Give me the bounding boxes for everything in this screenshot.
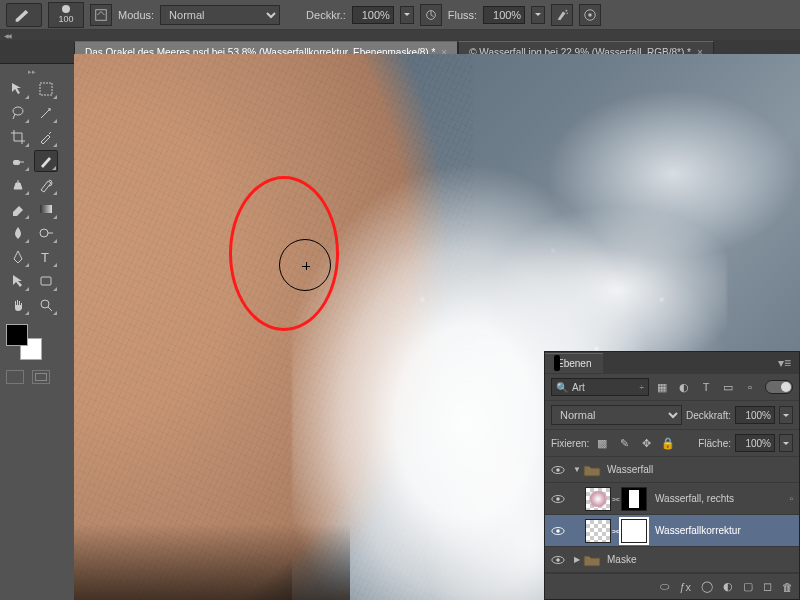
eyedropper-tool[interactable] (34, 126, 58, 148)
group-name: Wasserfall (607, 464, 653, 475)
new-layer-icon[interactable]: ◻ (763, 580, 772, 593)
layer-mask-icon[interactable]: ◯ (701, 580, 713, 593)
filter-type-select[interactable]: 🔍Art ÷ (551, 378, 649, 396)
filter-adjust-icon[interactable]: ◐ (675, 378, 693, 396)
crop-tool[interactable] (6, 126, 30, 148)
dodge-tool[interactable] (34, 222, 58, 244)
pressure-opacity-icon[interactable] (420, 4, 442, 26)
svg-rect-6 (40, 83, 52, 95)
mask-thumb[interactable] (621, 519, 647, 543)
adjustment-layer-icon[interactable]: ◐ (723, 580, 733, 593)
folder-icon (583, 553, 601, 567)
svg-rect-9 (13, 160, 20, 165)
marquee-tool[interactable] (34, 78, 58, 100)
fill-label: Fläche: (698, 438, 731, 449)
filter-type-icon[interactable]: T (697, 378, 715, 396)
layer-thumb[interactable] (585, 487, 611, 511)
filter-badge-icon[interactable]: ▫ (789, 493, 793, 504)
visibility-icon[interactable] (545, 494, 571, 504)
expand-icon[interactable]: ▼ (571, 465, 583, 474)
expand-icon[interactable]: ▶ (571, 555, 583, 564)
svg-point-14 (41, 300, 49, 308)
panel-menu-icon[interactable]: ▾≡ (770, 359, 799, 367)
quickmask-icon[interactable] (6, 370, 24, 384)
panel-expander[interactable] (0, 30, 800, 40)
group-name: Maske (607, 554, 636, 565)
brush-preset-picker[interactable]: 100 (48, 2, 84, 28)
opacity-value[interactable]: 100% (352, 6, 394, 24)
filter-toggle[interactable] (765, 380, 793, 394)
visibility-icon[interactable] (545, 555, 571, 565)
mask-thumb[interactable] (621, 487, 647, 511)
filter-pixel-icon[interactable]: ▦ (653, 378, 671, 396)
panel-tabs: Ebenen ▾≡ (545, 352, 799, 374)
svg-point-11 (40, 229, 48, 237)
shape-tool[interactable] (34, 270, 58, 292)
layer-opacity-dropdown[interactable] (779, 406, 793, 424)
fill-value[interactable]: 100% (735, 434, 775, 452)
opacity-dropdown-icon[interactable] (400, 6, 414, 24)
path-select-tool[interactable] (6, 270, 30, 292)
current-tool-indicator[interactable] (6, 3, 42, 27)
blur-tool[interactable] (6, 222, 30, 244)
move-tool[interactable] (6, 78, 30, 100)
flow-value[interactable]: 100% (483, 6, 525, 24)
visibility-icon[interactable] (545, 526, 571, 536)
flow-dropdown-icon[interactable] (531, 6, 545, 24)
lasso-tool[interactable] (6, 102, 30, 124)
brush-size-value: 100 (58, 14, 73, 24)
layer-group[interactable]: ▶ Maske (545, 547, 799, 573)
color-swatches[interactable] (6, 324, 42, 360)
svg-point-16 (556, 468, 560, 472)
panel-footer: ⬭ ƒx ◯ ◐ ▢ ◻ 🗑 (545, 573, 799, 599)
history-brush-tool[interactable] (34, 174, 58, 196)
gradient-tool[interactable] (34, 198, 58, 220)
foreground-swatch[interactable] (6, 324, 28, 346)
brush-tool[interactable] (34, 150, 58, 172)
lock-pixels-icon[interactable]: ✎ (615, 434, 633, 452)
clone-stamp-tool[interactable] (6, 174, 30, 196)
delete-layer-icon[interactable]: 🗑 (782, 581, 793, 593)
layer-blend-select[interactable]: Normal (551, 405, 682, 425)
screenmode-icon[interactable] (32, 370, 50, 384)
layer-thumb[interactable] (585, 519, 611, 543)
brush-panel-toggle-icon[interactable] (90, 4, 112, 26)
visibility-icon[interactable] (545, 465, 571, 475)
pen-tool[interactable] (6, 246, 30, 268)
layer-group[interactable]: ▼ Wasserfall (545, 457, 799, 483)
filter-shape-icon[interactable]: ▭ (719, 378, 737, 396)
layer-style-icon[interactable]: ƒx (679, 581, 691, 593)
search-icon: 🔍 (556, 382, 568, 393)
airbrush-icon[interactable] (551, 4, 573, 26)
link-icon: ⫘ (611, 526, 621, 536)
brush-cursor (279, 239, 331, 291)
lock-position-icon[interactable]: ✥ (637, 434, 655, 452)
lock-all-icon[interactable]: 🔒 (659, 434, 677, 452)
hand-tool[interactable] (6, 294, 30, 316)
layer-name: Wasserfall, rechts (655, 493, 734, 504)
layer-item-selected[interactable]: ⫘ Wasserfallkorrektur (545, 515, 799, 547)
new-group-icon[interactable]: ▢ (743, 580, 753, 593)
pressure-size-icon[interactable] (579, 4, 601, 26)
svg-point-2 (566, 9, 568, 11)
layer-list: ▼ Wasserfall ⫘ Wasserfall, rechts ▫ ⫘ Wa… (545, 457, 799, 573)
magic-wand-tool[interactable] (34, 102, 58, 124)
layer-opacity-value[interactable]: 100% (735, 406, 775, 424)
healing-brush-tool[interactable] (6, 150, 30, 172)
link-layers-icon[interactable]: ⬭ (660, 580, 669, 593)
svg-point-20 (556, 529, 560, 533)
opacity-label: Deckkr.: (306, 9, 346, 21)
svg-point-3 (567, 12, 568, 13)
eraser-tool[interactable] (6, 198, 30, 220)
lock-label: Fixieren: (551, 438, 589, 449)
blend-mode-select[interactable]: Normal (160, 5, 280, 25)
fill-dropdown[interactable] (779, 434, 793, 452)
layer-item[interactable]: ⫘ Wasserfall, rechts ▫ (545, 483, 799, 515)
zoom-tool[interactable] (34, 294, 58, 316)
filter-smart-icon[interactable]: ▫ (741, 378, 759, 396)
svg-point-7 (13, 107, 23, 115)
lock-transparency-icon[interactable]: ▩ (593, 434, 611, 452)
hair-region (74, 524, 350, 600)
toolbox-collapse-icon[interactable]: ▸▸ (6, 68, 58, 76)
type-tool[interactable]: T (34, 246, 58, 268)
